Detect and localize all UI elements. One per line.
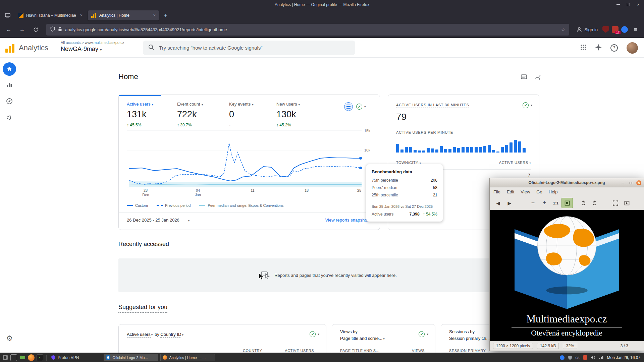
comparison-check-dropdown[interactable]: ✓ ▾ xyxy=(310,331,319,337)
metric-tab-new-users[interactable]: New users▾ 130k ↑ 45.2% xyxy=(276,102,300,127)
menu-edit[interactable]: Edit xyxy=(507,189,514,194)
fullscreen-button[interactable] xyxy=(610,198,621,208)
taskbar-window-firefox[interactable]: Analytics | Home — ... xyxy=(160,354,215,361)
url-bar[interactable]: analytics.google.com/analytics/web/#/a82… xyxy=(46,24,569,36)
metric-tab-key-events[interactable]: Key events▾ 0 - xyxy=(229,102,254,127)
dimension-selector[interactable]: Session primary ch... xyxy=(449,336,490,341)
metric-tab-active-users[interactable]: Active users▾ 131k ↑ 45.5% xyxy=(127,102,153,127)
tab-multimediaexpo[interactable]: Hlavní strana – Multimediae × xyxy=(15,10,86,20)
active-users-trend-chart[interactable]: 15k10k28Dec04Jan111825 xyxy=(125,127,370,197)
menu-file[interactable]: File xyxy=(493,189,500,194)
viewer-minimize-button[interactable] xyxy=(620,180,625,185)
tracking-shield-icon[interactable] xyxy=(50,26,55,33)
keyboard-layout-indicator[interactable]: cs xyxy=(576,355,580,360)
comparison-check-dropdown[interactable]: ✓ ▾ xyxy=(523,102,532,108)
per-minute-bar xyxy=(457,148,460,153)
terminal-launcher-icon[interactable]: >_ xyxy=(37,354,43,361)
tab-close-icon[interactable]: × xyxy=(153,13,156,18)
show-desktop-icon[interactable] xyxy=(10,354,17,361)
tray-app-icon[interactable] xyxy=(583,355,587,360)
zoom-out-button[interactable]: − xyxy=(527,198,539,208)
firefox-launcher-icon[interactable] xyxy=(28,354,35,361)
tab-close-icon[interactable]: × xyxy=(80,13,83,18)
page-title: Home xyxy=(118,72,138,81)
taskbar-window-image-viewer[interactable]: Oficialni-Logo-2-Mu... xyxy=(104,354,158,361)
close-button[interactable]: × xyxy=(636,2,641,7)
menu-view[interactable]: View xyxy=(521,189,530,194)
zoom-in-button[interactable]: + xyxy=(539,198,550,208)
rotate-right-button[interactable] xyxy=(589,198,600,208)
adblock-extension-icon[interactable]: 17 xyxy=(612,26,619,33)
gemini-sparkle-icon[interactable] xyxy=(595,44,602,52)
firefox-view-icon[interactable] xyxy=(3,11,13,20)
feedback-note-icon[interactable] xyxy=(521,74,527,82)
dimension-selector[interactable]: Page title and scree... xyxy=(340,336,382,341)
apps-grid-icon[interactable] xyxy=(580,44,586,52)
metric-tab-event-count[interactable]: Event count▾ 722k ↑ 39.7% xyxy=(177,102,203,127)
viewer-menubar: File Edit View Go Help xyxy=(490,187,644,196)
analytics-logo[interactable]: Analytics xyxy=(5,43,48,53)
benchmarking-icon[interactable] xyxy=(344,102,353,111)
dimension-selector[interactable]: Country ID xyxy=(160,332,181,338)
menu-launcher-icon[interactable] xyxy=(2,354,8,361)
column-page-title[interactable]: PAGE TITLE AND S... xyxy=(340,349,379,353)
network-icon[interactable] xyxy=(599,355,604,360)
column-active-users[interactable]: ACTIVE USERS xyxy=(285,349,314,353)
files-launcher-icon[interactable] xyxy=(19,354,26,361)
profile-avatar[interactable] xyxy=(627,42,638,54)
tab-analytics[interactable]: Analytics | Home × xyxy=(88,10,159,20)
translate-extension-icon[interactable] xyxy=(621,26,628,33)
sidebar-item-home[interactable] xyxy=(3,62,16,76)
next-image-button[interactable]: ▶ xyxy=(504,198,515,208)
column-session-channel[interactable]: SESSION PRIMARY... xyxy=(449,349,489,353)
search-input[interactable]: Try searching "how to activate Google si… xyxy=(143,41,355,55)
insights-icon[interactable] xyxy=(535,74,541,82)
slideshow-button[interactable] xyxy=(621,198,633,208)
viewer-toolbar: ◀ ▶ − + 1:1 xyxy=(490,196,644,210)
viewer-image-area[interactable]: Multimediaexpo.cz Otevřená encyklopedie xyxy=(490,210,644,341)
best-fit-button[interactable] xyxy=(561,198,573,208)
account-switcher[interactable]: All accounts > www.multimediaexpo.cz New… xyxy=(61,41,124,53)
date-range-selector[interactable]: 26 Dec 2025 - 25 Jan 2026▾ xyxy=(127,218,190,223)
forward-button[interactable]: → xyxy=(17,24,28,35)
minimize-button[interactable] xyxy=(616,2,621,7)
column-country[interactable]: COUNTRY xyxy=(243,349,262,353)
column-views[interactable]: VIEWS xyxy=(412,349,425,353)
tray-vpn-shield-icon[interactable] xyxy=(568,355,572,360)
viewer-maximize-button[interactable] xyxy=(628,180,633,185)
menu-go[interactable]: Go xyxy=(536,189,542,194)
per-minute-bar xyxy=(453,147,456,153)
zoom-level: 32% xyxy=(563,343,577,349)
normal-size-button[interactable]: 1:1 xyxy=(550,198,561,208)
maximize-button[interactable] xyxy=(626,2,631,7)
menu-button[interactable]: ≡ xyxy=(631,26,641,33)
taskbar-clock[interactable]: Mon Jan 26, 16:07 xyxy=(607,355,640,360)
tray-sync-icon[interactable] xyxy=(560,355,565,360)
firefox-account-button[interactable]: Sign in xyxy=(575,27,600,32)
column-active-users[interactable]: ACTIVE USERS▾ xyxy=(499,161,531,165)
help-icon[interactable]: ? xyxy=(610,44,618,52)
viewer-close-button[interactable]: ✕ xyxy=(636,180,641,185)
menu-help[interactable]: Help xyxy=(549,189,558,194)
per-minute-bar xyxy=(470,147,473,153)
view-reports-snapshot-link[interactable]: View reports snapshot xyxy=(325,218,368,223)
comparison-check-dropdown[interactable]: ✓ ▾ xyxy=(419,331,428,337)
rotate-left-button[interactable] xyxy=(578,198,589,208)
volume-icon[interactable] xyxy=(591,355,596,360)
sidebar-item-explore[interactable] xyxy=(3,95,16,108)
metric-selector[interactable]: Active users xyxy=(127,332,151,338)
metric-selector[interactable]: Sessions xyxy=(449,329,467,334)
settings-gear-icon[interactable]: ⚙ xyxy=(3,332,16,345)
bookmark-star-icon[interactable]: ☆ xyxy=(561,27,566,32)
sidebar-item-advertising[interactable] xyxy=(3,111,16,124)
ublock-extension-icon[interactable] xyxy=(602,26,609,33)
back-button[interactable]: ← xyxy=(3,24,14,35)
viewer-titlebar[interactable]: Oficialni-Logo-2-Multimediaexpo-cz.png ✕ xyxy=(490,178,644,187)
previous-image-button[interactable]: ◀ xyxy=(492,198,504,208)
lock-icon[interactable] xyxy=(58,27,62,33)
new-tab-button[interactable]: + xyxy=(161,11,170,20)
sidebar-item-reports[interactable] xyxy=(3,78,16,92)
proton-vpn-launcher[interactable]: Proton VPN xyxy=(50,355,80,360)
reload-button[interactable] xyxy=(30,24,41,35)
comparison-check-dropdown[interactable]: ✓ ▾ xyxy=(356,104,366,110)
